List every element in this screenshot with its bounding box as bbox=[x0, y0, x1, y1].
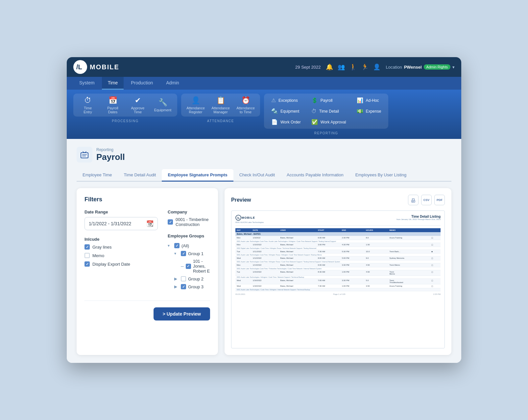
group-1-checkbox[interactable]: ✓ bbox=[181, 251, 186, 256]
cell-start: 8:00 AM bbox=[317, 256, 341, 260]
doc-table: DAY DATE USER START END HOURS MEMO bbox=[235, 228, 441, 291]
processing-label: PROCESSING bbox=[73, 119, 177, 123]
expand-group3-icon[interactable]: ▶ bbox=[174, 284, 179, 289]
toolbar-approve-time[interactable]: ✔ ApproveTime bbox=[129, 96, 147, 114]
expand-group2-icon[interactable]: ▶ bbox=[174, 276, 179, 281]
group-all-label: (All) bbox=[181, 243, 189, 248]
reporting-exceptions[interactable]: ⚠ Exceptions bbox=[269, 96, 303, 104]
reporting-work-approval[interactable]: ✅ Work Approval bbox=[309, 118, 348, 126]
group-2-row[interactable]: ▶ Group 2 bbox=[168, 275, 210, 283]
reporting-equipment[interactable]: 🔩 Equipment bbox=[269, 107, 303, 115]
cell-memo: Sydney Memoria bbox=[388, 256, 430, 260]
include-label: Inlcude bbox=[84, 237, 158, 242]
group-1-row[interactable]: ▾ ✓ Group 1 bbox=[168, 250, 210, 257]
gray-lines-checkbox[interactable]: ✓ bbox=[84, 244, 90, 250]
group-3-row[interactable]: ▶ ✓ Group 3 bbox=[168, 283, 210, 291]
reporting-time-detail[interactable]: ⏱ Time Detail bbox=[309, 107, 348, 115]
cell-day: Wed bbox=[235, 279, 252, 284]
col-end: END bbox=[341, 228, 365, 232]
tab-accounts-payable[interactable]: Accounts Payable Information bbox=[281, 169, 349, 182]
preview-panel: Preview CSV bbox=[225, 188, 451, 355]
calendar-icon[interactable]: 📆 bbox=[146, 220, 154, 227]
display-export-date-label: Display Export Date bbox=[92, 262, 130, 267]
users-icon[interactable]: 👥 bbox=[338, 63, 345, 71]
toolbar-time-entry[interactable]: ⏱ TimeEntry bbox=[79, 96, 97, 114]
csv-button[interactable]: CSV bbox=[421, 195, 432, 205]
date-input-wrapper[interactable]: 📆 bbox=[84, 217, 158, 230]
pdf-button[interactable]: PDF bbox=[434, 195, 445, 205]
group-101-checkbox[interactable]: ✓ bbox=[186, 264, 191, 269]
cell-memo: TrentTroubleshooted bbox=[388, 279, 430, 284]
filters-two-col: Date Range 📆 Inlcude ✓ Gray lines bbox=[84, 210, 210, 291]
nav-system[interactable]: System bbox=[73, 77, 101, 90]
reporting-ad-hoc[interactable]: 📊 Ad-Hoc bbox=[355, 96, 383, 104]
group-2-checkbox[interactable] bbox=[181, 276, 186, 281]
date-range-input[interactable] bbox=[89, 221, 146, 226]
tab-time-detail-audit[interactable]: Time Detail Audit bbox=[118, 169, 162, 182]
exceptions-label: Exceptions bbox=[278, 98, 298, 103]
group-101-row[interactable]: – ✓ 101 - Jones, Robert E bbox=[168, 257, 210, 275]
print-button[interactable] bbox=[408, 195, 419, 205]
dash-icon: – bbox=[181, 263, 184, 269]
company-checkbox[interactable]: ✓ bbox=[168, 219, 173, 225]
group-all-checkbox[interactable]: ✓ bbox=[174, 243, 180, 248]
reporting-payroll[interactable]: 💲 Payroll bbox=[309, 96, 348, 104]
attendance-section: 👤 AttendanceRegister 📋 AttendanceManager… bbox=[181, 94, 260, 135]
cell-memo bbox=[388, 243, 430, 247]
toolbar-attendance-register[interactable]: 👤 AttendanceRegister bbox=[186, 96, 205, 114]
memo-row[interactable]: Memo bbox=[84, 253, 158, 258]
tab-check-in-out-audit[interactable]: Check In/Out Audit bbox=[233, 169, 281, 182]
cell-action: ☐ bbox=[430, 256, 441, 260]
person-arrow-icon[interactable]: 🚶 bbox=[349, 63, 357, 71]
cell-detail: 0002 Digital Lake Technologies / Cook Ti… bbox=[235, 247, 441, 250]
toolbar-payroll-dates[interactable]: 📅 PayrollDates bbox=[104, 96, 122, 114]
bell-icon[interactable]: 🔔 bbox=[326, 63, 333, 71]
cell-start: 7:30 AM bbox=[317, 250, 341, 254]
cell-date: 1/15/2022 bbox=[252, 270, 279, 276]
svg-text:/L: /L bbox=[237, 216, 240, 220]
cell-user: Bates, Michael bbox=[279, 284, 316, 288]
display-export-date-row[interactable]: ✓ Display Export Date bbox=[84, 261, 158, 267]
nav-production[interactable]: Production bbox=[125, 77, 159, 90]
tab-employee-time[interactable]: Employee Time bbox=[77, 169, 118, 182]
expand-all-icon[interactable]: ▾ bbox=[168, 243, 172, 248]
tab-employee-signature-prompts[interactable]: Employee Signature Prompts bbox=[162, 169, 233, 182]
payroll-label: Payroll bbox=[321, 98, 333, 103]
group-all-row[interactable]: ▾ ✓ (All) bbox=[168, 242, 210, 250]
cell-action: ☐ bbox=[430, 236, 441, 240]
admin-dropdown-icon[interactable]: ▾ bbox=[452, 65, 455, 70]
attendance-group: 👤 AttendanceRegister 📋 AttendanceManager… bbox=[181, 94, 260, 117]
admin-badge[interactable]: Admin Rights bbox=[424, 64, 450, 70]
cell-hours: 8.0 bbox=[365, 236, 388, 240]
table-row: Wed 1/16/2022 Bates, Michael 7:00 AM 3:3… bbox=[235, 279, 441, 284]
col-user: USER bbox=[279, 228, 316, 232]
update-preview-button[interactable]: > Update Preview bbox=[154, 307, 210, 321]
display-export-date-checkbox[interactable]: ✓ bbox=[84, 261, 90, 267]
cell-detail: 0001 Austin Lake Technologies Cook Time … bbox=[235, 254, 441, 256]
doc-date-range: from January 1th, 2022 Through March 31s… bbox=[396, 218, 441, 220]
nav-time[interactable]: Time bbox=[102, 77, 124, 90]
toolbar-attendance-manager[interactable]: 📋 AttendanceManager bbox=[211, 96, 230, 114]
walk-icon[interactable]: 🏃 bbox=[361, 63, 369, 71]
reporting-expense[interactable]: 💵 Expense bbox=[355, 107, 383, 115]
expand-group1-icon[interactable]: ▾ bbox=[174, 251, 179, 256]
toolbar-attendance-to-time[interactable]: ⏰ Attendanceto Time bbox=[236, 96, 255, 114]
cell-detail: 0001 Austin Lake Technologies Cook Time … bbox=[235, 260, 441, 263]
person-icon[interactable]: 👤 bbox=[373, 63, 380, 71]
nav-admin[interactable]: Admin bbox=[160, 77, 185, 90]
company-section: Company ✓ 0001 - Timberline Construction bbox=[168, 210, 210, 227]
cell-end: 4:30 PM bbox=[341, 243, 365, 247]
gray-lines-row[interactable]: ✓ Gray lines bbox=[84, 244, 158, 250]
group-3-checkbox[interactable]: ✓ bbox=[181, 284, 186, 289]
reporting-equipment-icon: 🔩 bbox=[271, 108, 278, 114]
work-approval-label: Work Approval bbox=[321, 120, 346, 124]
expense-icon: 💵 bbox=[357, 108, 363, 114]
company-row[interactable]: ✓ 0001 - Timberline Construction bbox=[168, 217, 210, 227]
reporting-work-order[interactable]: 📄 Work Order bbox=[269, 118, 303, 126]
cell-start: 7:00 AM bbox=[317, 279, 341, 284]
tab-employees-by-user[interactable]: Employees By User Listing bbox=[349, 169, 412, 182]
memo-checkbox[interactable] bbox=[84, 253, 90, 258]
toolbar-equipment[interactable]: 🔧 Equipment bbox=[154, 98, 172, 112]
attendance-manager-label: AttendanceManager bbox=[211, 106, 230, 114]
top-icons: 🔔 👥 🚶 🏃 👤 bbox=[326, 63, 380, 71]
